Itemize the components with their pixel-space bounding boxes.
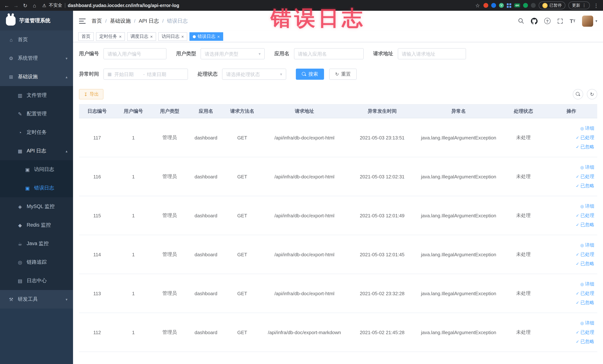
mark-ignored-link[interactable]: ✓已忽略 (545, 298, 594, 307)
caret-down-icon: ▾ (595, 19, 597, 23)
url-text[interactable]: dashboard.yudao.iocoder.cn/infra/log/api… (68, 3, 179, 8)
breadcrumb-infra[interactable]: 基础设施 (110, 18, 131, 24)
mark-processed-link[interactable]: ✓已处理 (545, 328, 594, 337)
breadcrumb-home[interactable]: 首页 (92, 18, 102, 24)
user-id-input[interactable] (107, 51, 162, 57)
sidebar-toggle-icon[interactable] (79, 18, 86, 23)
mark-ignored-link[interactable]: ✓已忽略 (545, 337, 594, 346)
sidebar-item[interactable]: ☕ Java 监控 (0, 234, 73, 253)
sidebar-item[interactable]: ⊞ 基础设施 ▴ (0, 68, 73, 86)
reload-icon[interactable]: ↻ (22, 2, 28, 8)
view-tab[interactable]: 首页 (78, 32, 94, 41)
mark-processed-link[interactable]: ✓已处理 (545, 211, 594, 220)
browser-menu-icon[interactable]: ⋮ (593, 2, 600, 8)
sidebar-item[interactable]: ◔ 定时任务 (0, 123, 73, 142)
detail-link[interactable]: ◎详细 (545, 201, 594, 211)
sidebar-item[interactable]: ⚙ 系统管理 ▾ (0, 49, 73, 68)
browser-extensions: ☆ V on 已暂停 更新 ⋮ ⋮ (475, 1, 600, 9)
sidebar-item[interactable]: ▣ 访问日志 (0, 160, 73, 179)
reset-button[interactable]: ↻ 重置 (329, 69, 357, 80)
detail-link[interactable]: ◎详细 (545, 163, 594, 172)
close-icon[interactable]: × (181, 34, 184, 39)
search-button[interactable]: 搜索 (296, 69, 324, 80)
forward-icon[interactable]: → (13, 2, 19, 8)
cell-request-url: /api/infra/db-doc/export-html (260, 118, 348, 157)
cell-user-type: 管理员 (151, 118, 188, 157)
extension-on-badge[interactable]: on (514, 3, 520, 7)
view-tab[interactable]: 定时任务 × (96, 32, 125, 41)
fullscreen-icon[interactable] (557, 18, 563, 24)
extension-dark-icon[interactable] (531, 3, 536, 8)
vue-devtools-icon[interactable]: V (499, 3, 504, 8)
sidebar-item[interactable]: ▦ API 日志 ▴ (0, 142, 73, 160)
column-header: 应用名 (188, 104, 224, 118)
mark-processed-link[interactable]: ✓已处理 (545, 250, 594, 259)
address-bar[interactable]: ⚠ 不安全 dashboard.yudao.iocoder.cn/infra/l… (41, 2, 471, 9)
user-type-select[interactable] (205, 51, 256, 57)
eye-icon: ◎ (580, 126, 584, 130)
mark-processed-link[interactable]: ✓已处理 (545, 172, 594, 181)
eye-icon: ◎ (580, 282, 584, 286)
mark-processed-link[interactable]: ✓已处理 (545, 289, 594, 298)
sidebar-item[interactable]: ▥ 文件管理 (0, 86, 73, 105)
tab-label: 错误日志 (197, 33, 215, 40)
export-button[interactable]: ↧ 导出 (79, 89, 104, 99)
cell-app-name: dashboard (188, 235, 224, 274)
toggle-search-button[interactable] (573, 89, 583, 99)
detail-link[interactable]: ◎详细 (545, 240, 594, 250)
mark-ignored-link[interactable]: ✓已忽略 (545, 142, 594, 152)
github-icon[interactable] (531, 18, 537, 24)
end-date-input[interactable] (147, 71, 174, 77)
detail-link[interactable]: ◎详细 (545, 318, 594, 328)
back-icon[interactable]: ← (4, 2, 10, 8)
detail-link[interactable]: ◎详细 (545, 280, 594, 289)
font-size-icon[interactable]: TT (570, 18, 575, 24)
sidebar-item[interactable]: ◎ 链路追踪 (0, 253, 73, 271)
view-tab[interactable]: 调度日志 × (127, 32, 156, 41)
bookmark-star-icon[interactable]: ☆ (475, 2, 480, 8)
close-icon[interactable]: × (217, 34, 220, 39)
sidebar-item[interactable]: ✎ 配置管理 (0, 105, 73, 123)
process-status-select[interactable] (226, 71, 278, 77)
view-tab[interactable]: 访问日志 × (158, 32, 187, 41)
security-label[interactable]: 不安全 (49, 2, 62, 9)
cell-app-name: dashboard (188, 313, 224, 352)
update-button[interactable]: 更新 ⋮ (568, 1, 590, 9)
paused-badge[interactable]: 已暂停 (539, 1, 565, 9)
home-icon[interactable]: ⌂ (32, 2, 37, 8)
mark-processed-link[interactable]: ✓已处理 (545, 133, 594, 142)
app-logo[interactable]: 芋道管理系统 (0, 11, 73, 30)
help-icon[interactable]: ? (544, 18, 550, 24)
detail-link[interactable]: ◎详细 (545, 124, 594, 133)
extension-grid-icon[interactable] (507, 3, 511, 8)
mark-ignored-link[interactable]: ✓已忽略 (545, 259, 594, 268)
security-warning-icon: ⚠ (42, 3, 46, 8)
sidebar-item[interactable]: ◈ MySQL 监控 (0, 197, 73, 216)
avatar[interactable] (582, 15, 593, 26)
extension-red-icon[interactable] (483, 3, 488, 8)
refresh-table-button[interactable]: ↻ (587, 89, 597, 99)
check-icon: ✓ (576, 213, 579, 218)
cell-process-status: 未处理 (501, 196, 545, 235)
extension-blue-icon[interactable] (491, 3, 496, 8)
mark-ignored-link[interactable]: ✓已忽略 (545, 220, 594, 229)
mark-ignored-link[interactable]: ✓已忽略 (545, 181, 594, 190)
sidebar-item[interactable]: ▣ 错误日志 (0, 179, 73, 197)
sidebar-item-label: MySQL 监控 (27, 203, 55, 210)
close-icon[interactable]: × (150, 34, 153, 39)
trace-icon: ◎ (17, 259, 23, 265)
sidebar-item[interactable]: ⌂ 首页 (0, 30, 73, 49)
start-date-input[interactable] (114, 71, 141, 77)
request-url-input[interactable] (402, 51, 462, 57)
sidebar-item[interactable]: ▤ 日志中心 (0, 271, 73, 290)
extension-green-icon[interactable] (523, 3, 528, 8)
app-name-input[interactable] (298, 51, 359, 57)
close-icon[interactable]: × (119, 34, 122, 39)
user-menu[interactable]: ▾ (582, 15, 597, 26)
breadcrumb-api-log[interactable]: API 日志 (139, 18, 159, 24)
search-icon[interactable] (518, 18, 524, 24)
column-header: 用户类型 (151, 104, 188, 118)
view-tab[interactable]: 错误日志 × (189, 32, 223, 41)
sidebar-item[interactable]: ⚒ 研发工具 ▾ (0, 290, 73, 309)
sidebar-item[interactable]: ◆ Redis 监控 (0, 216, 73, 234)
